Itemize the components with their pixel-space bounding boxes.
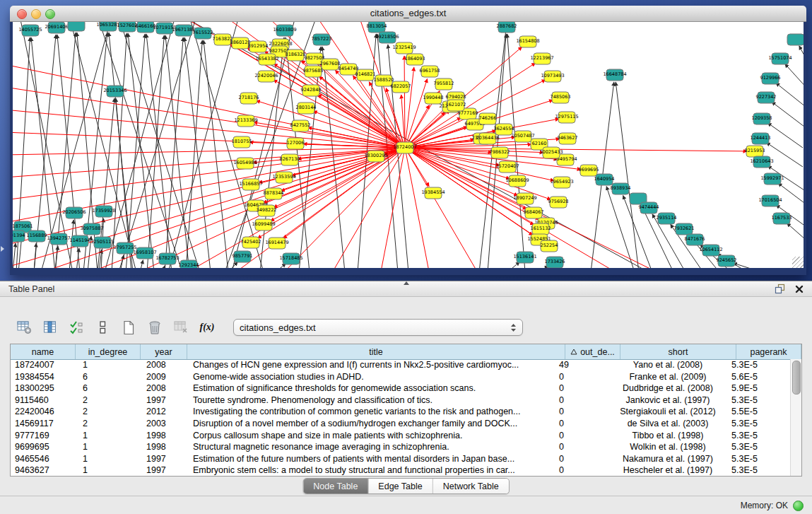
graph-node[interactable]: 19384554 xyxy=(421,187,445,199)
graph-node[interactable]: 9146821 xyxy=(355,69,376,81)
table-row[interactable]: 2242004622012Investigating the contribut… xyxy=(11,406,791,418)
splitter-handle[interactable] xyxy=(404,281,409,285)
column-header-in-degree[interactable]: in_degree xyxy=(76,344,141,359)
graph-node[interactable]: 10507487 xyxy=(511,131,534,142)
graph-node[interactable]: 12325419 xyxy=(392,42,416,54)
function-builder-icon[interactable]: f(x) xyxy=(199,319,216,336)
graph-node[interactable]: 1864093 xyxy=(405,54,425,65)
graph-node[interactable]: 1990448 xyxy=(423,93,444,104)
graph-node[interactable]: 7932621 xyxy=(674,223,695,235)
graph-node[interactable]: 2935114 xyxy=(657,213,677,224)
window-resize-grip[interactable] xyxy=(792,257,804,268)
graph-node[interactable]: 16154808 xyxy=(516,36,539,47)
graph-node[interactable]: 127006 xyxy=(287,138,305,149)
delete-column-icon[interactable] xyxy=(146,319,163,336)
select-column-icon[interactable] xyxy=(42,319,59,336)
graph-node[interactable]: 391394 xyxy=(13,230,25,242)
graph-node[interactable]: 12353594 xyxy=(272,172,295,183)
column-header-short[interactable]: short xyxy=(620,344,736,359)
graph-node[interactable]: 16054988 xyxy=(233,158,257,169)
graph-node[interactable]: 18724007 xyxy=(393,142,416,153)
graph-node[interactable]: 9227342 xyxy=(756,92,777,103)
graph-node[interactable]: 15751074 xyxy=(768,53,792,64)
graph-node[interactable]: 16033809 xyxy=(273,25,296,36)
table-row[interactable]: 946362711997Embryonic stem cells: a mode… xyxy=(11,465,791,476)
graph-node[interactable]: 8186328 xyxy=(286,49,306,61)
table-row[interactable]: 1872400712008Changes of HCN gene express… xyxy=(11,359,791,371)
graph-node[interactable]: 2887682 xyxy=(497,22,517,33)
graph-node[interactable]: 8267130 xyxy=(280,154,300,165)
table-row[interactable]: 946554611997Estimation of the future num… xyxy=(11,453,791,465)
graph-node[interactable]: 1156889 xyxy=(27,230,47,242)
graph-node[interactable]: 12975115 xyxy=(555,112,578,123)
graph-node[interactable]: 16648784 xyxy=(603,69,626,81)
graph-node[interactable]: 7615522 xyxy=(193,28,213,39)
graph-node[interactable]: 18300295 xyxy=(364,151,387,162)
graph-node[interactable]: 10688609 xyxy=(505,175,529,187)
graph-node[interactable]: 9474444 xyxy=(639,202,659,214)
close-panel-icon[interactable] xyxy=(795,285,804,293)
table-row[interactable]: 1456911722003Disruption of a novel membe… xyxy=(11,418,791,430)
column-header-title[interactable]: title xyxy=(187,344,565,359)
graph-node[interactable]: 9129966 xyxy=(760,73,781,84)
graph-node[interactable]: 2803144 xyxy=(296,103,317,114)
graph-node[interactable]: 20691406 xyxy=(45,22,68,33)
column-header-out-degree[interactable]: out_de... xyxy=(565,344,620,359)
graph-node[interactable]: 1621072 xyxy=(446,100,466,111)
table-row[interactable]: 911546021997Tourette syndrome. Phenomeno… xyxy=(11,395,791,407)
table-row[interactable]: 1938455462009Genome-wide association stu… xyxy=(11,371,791,383)
graph-node[interactable]: 1145194 xyxy=(70,235,90,247)
graph-node[interactable]: 20206506 xyxy=(62,207,86,218)
graph-node[interactable]: 15718485 xyxy=(279,253,302,264)
memory-status-indicator[interactable] xyxy=(793,501,804,511)
graph-node[interactable]: 15136141 xyxy=(513,252,536,263)
graph-node[interactable]: 9699695 xyxy=(579,165,599,176)
graph-node[interactable]: 13942757 xyxy=(47,233,70,245)
table-row[interactable]: 969969511998Structural magnetic resonanc… xyxy=(11,441,791,453)
graph-node[interactable]: 10025433 xyxy=(539,147,563,158)
graph-node[interactable]: 20153346 xyxy=(103,86,126,97)
table-selector-dropdown[interactable]: citations_edges.txt xyxy=(233,319,523,336)
graph-node[interactable]: 9875685 xyxy=(303,66,324,77)
graph-node[interactable]: 9857791 xyxy=(233,251,253,262)
graph-node[interactable]: 18907249 xyxy=(513,193,536,204)
tab-network-table[interactable]: Network Table xyxy=(433,479,509,493)
graph-node[interactable]: 7955812 xyxy=(434,78,454,90)
graph-node[interactable]: 7857223 xyxy=(312,34,332,45)
column-header-year[interactable]: year xyxy=(141,344,187,359)
network-view[interactable]: 1872400771638228860128891295423226058982… xyxy=(13,22,804,268)
table-row[interactable]: 1830029562008Estimation of significance … xyxy=(11,382,791,395)
graph-node[interactable]: 6961758 xyxy=(420,66,440,77)
graph-node[interactable]: 16914479 xyxy=(265,238,288,249)
graph-node[interactable]: 7485063 xyxy=(551,92,571,103)
scrollbar-thumb[interactable] xyxy=(792,361,801,395)
graph-node[interactable]: 12133369 xyxy=(234,115,257,127)
graph-node[interactable]: 30975887 xyxy=(80,223,103,235)
table-scrollbar[interactable] xyxy=(790,359,801,476)
graph-node[interactable]: 1527602 xyxy=(117,22,138,32)
graph-node[interactable]: 1209358 xyxy=(752,113,772,124)
tab-edge-table[interactable]: Edge Table xyxy=(368,479,433,493)
graph-node[interactable]: 22420046 xyxy=(254,71,278,82)
graph-node[interactable]: 15992971 xyxy=(760,173,784,185)
graph-node[interactable]: 8215953 xyxy=(745,146,765,157)
select-rows-icon[interactable] xyxy=(68,319,85,336)
graph-node[interactable]: 3624554 xyxy=(494,124,514,135)
column-header-pagerank[interactable]: pagerank xyxy=(736,344,801,359)
graph-node[interactable]: 16210643 xyxy=(750,156,773,168)
column-header-name[interactable]: name xyxy=(11,344,76,359)
graph-node[interactable]: 6822057 xyxy=(391,81,411,93)
graph-node[interactable]: 1615132 xyxy=(531,223,551,235)
table-row[interactable]: 977716911998Corpus callosum shape and si… xyxy=(11,430,791,442)
graph-node[interactable]: 9245652 xyxy=(717,255,737,267)
graph-node[interactable]: 12213967 xyxy=(530,53,553,64)
graph-node[interactable]: 746266 xyxy=(479,113,497,124)
graph-node[interactable]: 7425402 xyxy=(241,237,261,248)
graph-node[interactable]: 14055725 xyxy=(18,25,42,36)
graph-node[interactable]: 17359928 xyxy=(92,206,115,217)
graph-node[interactable]: 1640954 xyxy=(594,174,615,185)
graph-node[interactable]: 1810755 xyxy=(232,136,252,148)
graph-node[interactable]: 8878344 xyxy=(264,188,284,199)
new-column-icon[interactable] xyxy=(120,319,137,336)
graph-node[interactable]: 12505115 xyxy=(90,237,114,248)
